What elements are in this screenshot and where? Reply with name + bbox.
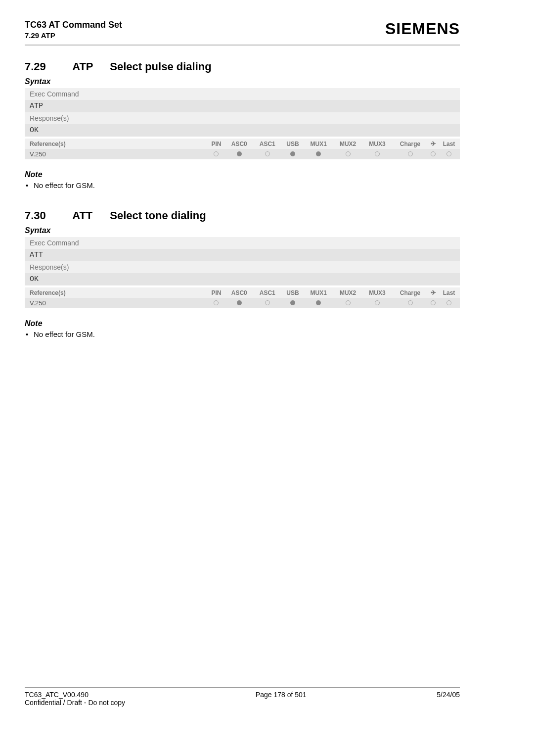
section-7-29: 7.29 ATP Select pulse dialing Syntax Exe… xyxy=(25,60,460,189)
section-number: 7.29 xyxy=(25,60,69,73)
col-airplane: ✈ xyxy=(428,287,438,298)
open-circle-icon xyxy=(375,151,380,156)
col-mux3: MUX3 xyxy=(362,287,392,298)
header-left: TC63 AT Command Set 7.29 ATP xyxy=(25,20,122,40)
exec-command-value: ATT xyxy=(25,249,460,261)
reference-label: Reference(s) xyxy=(25,139,208,149)
col-asc0: ASC0 xyxy=(225,139,253,149)
doc-title: TC63 AT Command Set xyxy=(25,20,122,30)
open-circle-icon xyxy=(446,300,451,305)
exec-command-label: Exec Command xyxy=(25,237,460,249)
dot-pin xyxy=(208,149,225,159)
col-mux1: MUX1 xyxy=(304,287,333,298)
reference-table: Reference(s) PIN ASC0 ASC1 USB MUX1 MUX2… xyxy=(25,139,460,159)
section-number: 7.30 xyxy=(25,209,69,222)
exec-command-value: ATP xyxy=(25,100,460,112)
note-label: Note xyxy=(25,319,460,328)
reference-value: V.250 xyxy=(25,149,208,159)
table-row: V.250 xyxy=(25,149,460,159)
open-circle-icon xyxy=(375,300,380,305)
response-label: Response(s) xyxy=(25,261,460,273)
open-circle-icon xyxy=(408,300,413,305)
dot-mux3 xyxy=(362,149,392,159)
col-usb: USB xyxy=(281,139,304,149)
dot-usb xyxy=(281,298,304,308)
open-circle-icon xyxy=(214,151,219,156)
footer-date: 5/24/05 xyxy=(437,691,460,707)
filled-circle-icon xyxy=(316,300,321,305)
response-value: OK xyxy=(25,124,460,137)
table-row: Reference(s) PIN ASC0 ASC1 USB MUX1 MUX2… xyxy=(25,287,460,298)
dot-pin xyxy=(208,298,225,308)
open-circle-icon xyxy=(265,300,270,305)
col-airplane: ✈ xyxy=(428,139,438,149)
response-value: OK xyxy=(25,273,460,285)
section-command: ATP xyxy=(72,60,107,73)
dot-mux1 xyxy=(304,149,333,159)
footer-left: TC63_ATC_V00.490 Confidential / Draft - … xyxy=(25,691,125,707)
dot-mux2 xyxy=(333,298,362,308)
dot-asc1 xyxy=(253,149,281,159)
col-asc1: ASC1 xyxy=(253,287,281,298)
col-last: Last xyxy=(438,139,460,149)
col-pin: PIN xyxy=(208,287,225,298)
reference-value: V.250 xyxy=(25,298,208,308)
response-label: Response(s) xyxy=(25,112,460,124)
doc-section: 7.29 ATP xyxy=(25,31,122,40)
filled-circle-icon xyxy=(237,300,242,305)
section-heading: 7.29 ATP Select pulse dialing xyxy=(25,60,460,73)
section-command: ATT xyxy=(72,209,107,222)
dot-mux2 xyxy=(333,149,362,159)
dot-last xyxy=(438,149,460,159)
filled-circle-icon xyxy=(237,151,242,156)
col-mux1: MUX1 xyxy=(304,139,333,149)
brand-logo: SIEMENS xyxy=(385,20,460,38)
open-circle-icon xyxy=(431,151,436,156)
page-footer: TC63_ATC_V00.490 Confidential / Draft - … xyxy=(25,687,460,707)
note-text: No effect for GSM. xyxy=(25,330,460,338)
section-7-30: 7.30 ATT Select tone dialing Syntax Exec… xyxy=(25,209,460,338)
col-usb: USB xyxy=(281,287,304,298)
col-charge: Charge xyxy=(392,139,429,149)
footer-version: TC63_ATC_V00.490 xyxy=(25,691,125,699)
col-last: Last xyxy=(438,287,460,298)
dot-plane xyxy=(428,149,438,159)
filled-circle-icon xyxy=(290,300,295,305)
dot-usb xyxy=(281,149,304,159)
dot-plane xyxy=(428,298,438,308)
footer-confidential: Confidential / Draft - Do not copy xyxy=(25,699,125,707)
open-circle-icon xyxy=(265,151,270,156)
dot-asc0 xyxy=(225,149,253,159)
filled-circle-icon xyxy=(316,151,321,156)
reference-table: Reference(s) PIN ASC0 ASC1 USB MUX1 MUX2… xyxy=(25,287,460,308)
table-row: Reference(s) PIN ASC0 ASC1 USB MUX1 MUX2… xyxy=(25,139,460,149)
syntax-label: Syntax xyxy=(25,226,460,235)
col-mux3: MUX3 xyxy=(362,139,392,149)
footer-page: Page 178 of 501 xyxy=(125,691,437,707)
note-text: No effect for GSM. xyxy=(25,181,460,189)
open-circle-icon xyxy=(214,300,219,305)
reference-label: Reference(s) xyxy=(25,287,208,298)
syntax-label: Syntax xyxy=(25,77,460,86)
dot-charge xyxy=(392,298,429,308)
page-header: TC63 AT Command Set 7.29 ATP SIEMENS xyxy=(25,20,460,46)
dot-charge xyxy=(392,149,429,159)
dot-mux1 xyxy=(304,298,333,308)
open-circle-icon xyxy=(346,300,351,305)
col-mux2: MUX2 xyxy=(333,139,362,149)
dot-last xyxy=(438,298,460,308)
col-asc1: ASC1 xyxy=(253,139,281,149)
section-title: Select pulse dialing xyxy=(110,60,211,73)
open-circle-icon xyxy=(431,300,436,305)
filled-circle-icon xyxy=(290,151,295,156)
dot-asc0 xyxy=(225,298,253,308)
open-circle-icon xyxy=(446,151,451,156)
table-row: V.250 xyxy=(25,298,460,308)
col-charge: Charge xyxy=(392,287,429,298)
section-heading: 7.30 ATT Select tone dialing xyxy=(25,209,460,222)
col-asc0: ASC0 xyxy=(225,287,253,298)
note-label: Note xyxy=(25,170,460,179)
col-mux2: MUX2 xyxy=(333,287,362,298)
col-pin: PIN xyxy=(208,139,225,149)
dot-mux3 xyxy=(362,298,392,308)
